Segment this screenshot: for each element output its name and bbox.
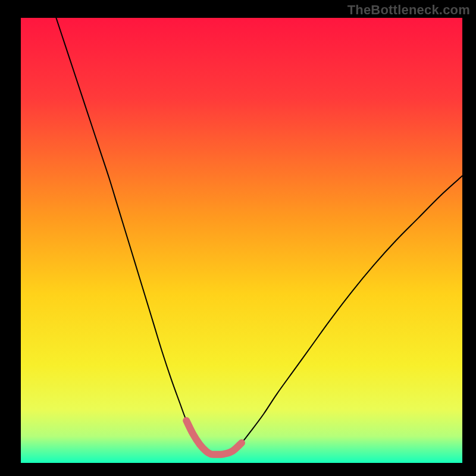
chart-container: TheBottleneck.com (0, 0, 476, 476)
chart-svg (0, 0, 476, 476)
watermark-text: TheBottleneck.com (347, 2, 470, 18)
